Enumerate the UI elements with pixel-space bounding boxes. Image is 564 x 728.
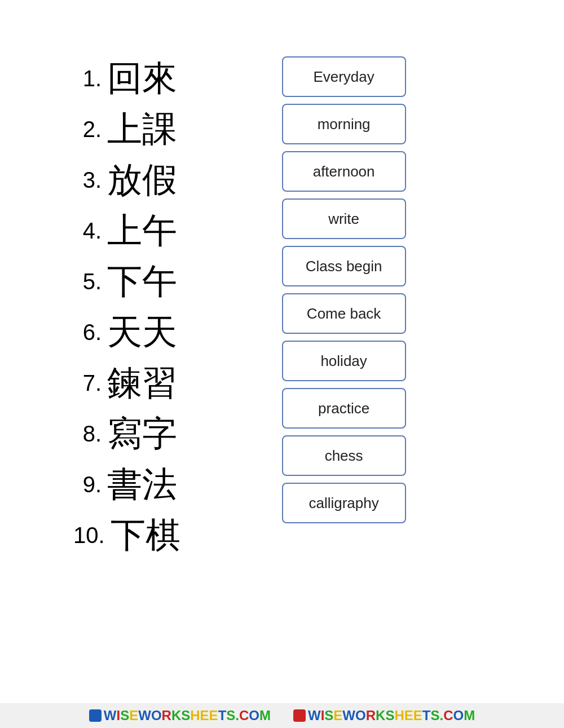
chinese-char-3: 放假 [107, 162, 177, 197]
list-number-6: 6. [73, 320, 102, 345]
answer-box-2[interactable]: morning [282, 104, 406, 144]
list-item-9: 9.書法 [73, 462, 180, 506]
main-content: 1.回來2.上課3.放假4.上午5.下午6.天天7.鍊習8.寫字9.書法10.下… [0, 0, 564, 557]
answer-box-3[interactable]: afternoon [282, 151, 406, 192]
list-number-10: 10. [73, 523, 105, 548]
list-item-5: 5.下午 [73, 259, 180, 303]
answer-box-9[interactable]: chess [282, 435, 406, 476]
chinese-char-10: 下棋 [111, 518, 180, 553]
list-number-7: 7. [73, 370, 102, 396]
list-item-2: 2.上課 [73, 107, 180, 151]
answer-text-8: practice [318, 400, 369, 417]
left-column: 1.回來2.上課3.放假4.上午5.下午6.天天7.鍊習8.寫字9.書法10.下… [73, 56, 180, 557]
answer-box-1[interactable]: Everyday [282, 56, 406, 97]
list-item-3: 3.放假 [73, 158, 180, 202]
answer-text-3: afternoon [313, 163, 375, 180]
list-item-7: 7.鍊習 [73, 361, 180, 405]
answer-text-10: calligraphy [309, 495, 378, 512]
list-number-2: 2. [73, 117, 102, 142]
list-number-9: 9. [73, 472, 102, 497]
list-number-4: 4. [73, 218, 102, 244]
answer-text-6: Come back [307, 305, 381, 323]
footer-brand-left: WISEWORKSHEETS.COM [89, 708, 271, 723]
right-column: EverydaymorningafternoonwriteClass begin… [282, 56, 406, 523]
answer-text-7: holiday [320, 352, 367, 370]
list-item-6: 6.天天 [73, 310, 180, 354]
list-item-10: 10.下棋 [73, 513, 180, 557]
chinese-char-2: 上課 [107, 112, 177, 147]
answer-box-6[interactable]: Come back [282, 293, 406, 334]
chinese-char-1: 回來 [107, 61, 177, 96]
answer-text-2: morning [318, 116, 371, 133]
list-number-8: 8. [73, 421, 102, 447]
list-item-1: 1.回來 [73, 56, 180, 100]
list-number-5: 5. [73, 269, 102, 294]
list-number-3: 3. [73, 167, 102, 193]
answer-box-5[interactable]: Class begin [282, 246, 406, 286]
list-number-1: 1. [73, 66, 102, 91]
answer-box-7[interactable]: holiday [282, 341, 406, 381]
chinese-char-9: 書法 [107, 467, 177, 502]
answer-box-8[interactable]: practice [282, 388, 406, 429]
answer-text-9: chess [325, 447, 363, 465]
chinese-char-8: 寫字 [107, 416, 177, 451]
answer-box-4[interactable]: write [282, 198, 406, 239]
answer-box-10[interactable]: calligraphy [282, 483, 406, 523]
answer-text-1: Everyday [313, 68, 374, 86]
chinese-char-4: 上午 [107, 213, 177, 248]
chinese-char-5: 下午 [107, 264, 177, 299]
list-item-4: 4.上午 [73, 209, 180, 253]
footer: WISEWORKSHEETS.COM WISEWORKSHEETS.COM [0, 703, 564, 728]
answer-text-4: write [328, 210, 359, 228]
footer-brand-right: WISEWORKSHEETS.COM [293, 708, 475, 723]
answer-text-5: Class begin [306, 258, 382, 275]
list-item-8: 8.寫字 [73, 412, 180, 456]
chinese-char-6: 天天 [107, 315, 177, 350]
chinese-char-7: 鍊習 [107, 365, 177, 400]
